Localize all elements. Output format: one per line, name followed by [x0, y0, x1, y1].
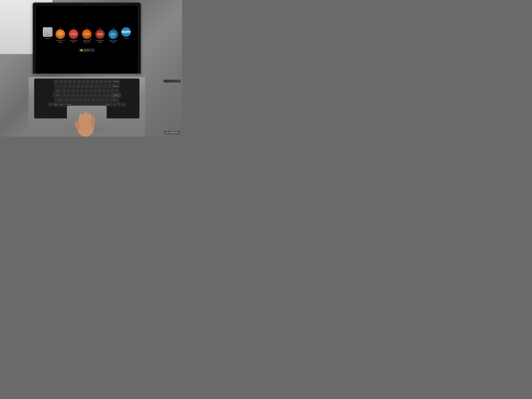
windows-label: windows	[45, 38, 50, 39]
key-1[interactable]: 1	[59, 84, 63, 88]
key-esc[interactable]: esc	[53, 80, 59, 84]
mojave-icon: 10.14.6	[95, 29, 105, 39]
key-caps[interactable]: 中/英	[53, 93, 62, 97]
key-f9[interactable]: F9	[95, 80, 99, 84]
key-d[interactable]: D	[71, 93, 75, 97]
keyboard-row-zxcv: shift Z X C V B N M < > ? shift	[35, 98, 138, 102]
key-q[interactable]: Q	[62, 89, 66, 93]
key-option[interactable]: option	[58, 102, 64, 107]
key-semicolon[interactable]: ;	[102, 93, 106, 97]
key-7[interactable]: 7	[85, 84, 89, 88]
boot-item-high-sierra[interactable]: ⬇ 10.13.6 Install macOS High Sierra	[82, 27, 92, 43]
key-o[interactable]: O	[97, 89, 101, 93]
key-comma[interactable]: <	[96, 98, 100, 102]
sierra-label: Install macOS Sierra	[68, 40, 79, 43]
key-u[interactable]: U	[89, 89, 93, 93]
windows-icon	[43, 27, 52, 37]
key-l[interactable]: L	[98, 93, 102, 97]
key-slash[interactable]: ?	[105, 98, 109, 102]
key-f6[interactable]: F6	[81, 80, 85, 84]
macbook-model-label: MacBook Pro	[82, 74, 94, 76]
key-8[interactable]: 8	[89, 84, 94, 88]
boot-item-el-capitan[interactable]: ⬇ 10.11.6 Install OS X El Capitan	[55, 27, 66, 43]
key-r[interactable]: R	[76, 89, 79, 93]
key-f4[interactable]: F4	[73, 80, 76, 84]
key-y[interactable]: Y	[84, 89, 88, 93]
key-backslash[interactable]: \	[115, 89, 119, 93]
key-delete[interactable]: ⌫ delete	[112, 80, 120, 84]
key-p[interactable]: P	[102, 89, 106, 93]
key-a[interactable]: A	[63, 93, 66, 97]
key-backtick[interactable]: `	[54, 84, 58, 88]
key-2[interactable]: 2	[63, 84, 67, 88]
key-f7[interactable]: F7	[86, 80, 90, 84]
hand-illustration	[74, 108, 97, 137]
key-3[interactable]: 3	[67, 84, 71, 88]
key-j[interactable]: J	[89, 93, 93, 97]
boot-item-catalina[interactable]: ⬇ 10.15 Install macOS Catalina	[108, 27, 119, 43]
key-arrow-left[interactable]: ◄	[113, 102, 117, 107]
watermark-account: @修远弥坚	[170, 132, 179, 134]
key-4[interactable]: 4	[72, 84, 76, 88]
key-f3[interactable]: F3	[68, 80, 72, 84]
key-m[interactable]: M	[91, 98, 95, 102]
key-f[interactable]: F	[76, 93, 80, 97]
high-sierra-version: 10.13.6	[84, 33, 90, 35]
key-f12[interactable]: F12	[108, 80, 112, 84]
boot-item-mojave[interactable]: ⬇ 10.14.6 Install macOS Mojave	[95, 27, 105, 43]
key-shift-right[interactable]: shift	[109, 98, 119, 102]
key-w[interactable]: W	[67, 89, 70, 93]
key-c[interactable]: C	[74, 98, 78, 102]
key-z[interactable]: Z	[65, 98, 69, 102]
key-f2[interactable]: F2	[64, 80, 68, 84]
key-fn[interactable]: fn	[48, 102, 52, 107]
key-e[interactable]: E	[71, 89, 75, 93]
key-5[interactable]: 5	[76, 84, 80, 88]
boot-item-winpe[interactable]: WinPE EFI Boot	[121, 27, 131, 39]
key-bracket-right[interactable]: ]	[111, 89, 115, 93]
key-g[interactable]: G	[80, 93, 84, 97]
key-i[interactable]: I	[93, 89, 97, 93]
key-control[interactable]: control	[53, 102, 58, 107]
key-shift-left[interactable]: shift	[55, 98, 65, 102]
macbook: windows ⬇ 10.11.6 Install OS X El Capita…	[28, 3, 178, 137]
key-bracket-left[interactable]: [	[106, 89, 110, 93]
key-minus[interactable]: -	[103, 84, 107, 88]
macbook-body: esc F1 F2 F3 F4 F5 F6 F7 F8 F9 F10 F11 F…	[28, 77, 145, 137]
key-t[interactable]: T	[80, 89, 84, 93]
key-n[interactable]: N	[87, 98, 91, 102]
key-f1[interactable]: F1	[59, 80, 63, 84]
key-b[interactable]: B	[83, 98, 87, 102]
wifi-dropdown-arrow: ▼	[92, 50, 93, 51]
wifi-network-bar[interactable]: 📶 选取网络... ▼	[79, 49, 95, 52]
key-return[interactable]: return	[111, 93, 121, 97]
key-quote[interactable]: '	[107, 93, 111, 97]
key-arrow-up[interactable]: ▲	[117, 102, 121, 104]
key-f5[interactable]: F5	[77, 80, 81, 84]
watermark-platform: 头条	[165, 132, 169, 134]
key-6[interactable]: 6	[81, 84, 85, 88]
key-f8[interactable]: F8	[90, 80, 94, 84]
key-backspace[interactable]: ⌫ delete	[112, 84, 119, 88]
screen-content: windows ⬇ 10.11.6 Install OS X El Capita…	[36, 6, 138, 73]
key-period[interactable]: >	[100, 98, 104, 102]
key-arrow-right[interactable]: ►	[121, 102, 125, 107]
key-v[interactable]: V	[78, 98, 82, 102]
key-h[interactable]: H	[84, 93, 89, 97]
key-f10[interactable]: F10	[99, 80, 103, 84]
winpe-icon: WinPE	[121, 27, 131, 37]
key-tab[interactable]: tab	[55, 89, 62, 93]
mojave-version: 10.14.6	[97, 33, 103, 35]
key-f11[interactable]: F11	[103, 80, 108, 84]
trackpad[interactable]	[67, 106, 107, 131]
key-9[interactable]: 9	[94, 84, 98, 88]
webcam	[86, 4, 88, 5]
boot-item-windows[interactable]: windows	[43, 27, 52, 39]
boot-item-sierra[interactable]: ⬇ 10.12.6 Install macOS Sierra	[68, 27, 79, 43]
key-s[interactable]: S	[67, 93, 71, 97]
key-k[interactable]: K	[93, 93, 97, 97]
key-arrow-down[interactable]: ▼	[117, 104, 121, 106]
key-equals[interactable]: =	[107, 84, 111, 88]
key-x[interactable]: X	[70, 98, 73, 102]
key-0[interactable]: 0	[98, 84, 102, 88]
